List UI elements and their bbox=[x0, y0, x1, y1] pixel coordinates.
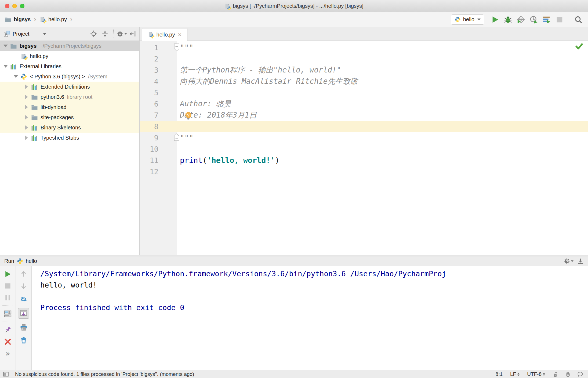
code-text[interactable]: 向伟大的Dennis MacAlistair Ritchie先生致敬 bbox=[158, 76, 358, 86]
toolwindow-toggle-button[interactable] bbox=[3, 371, 9, 377]
line-separator-widget[interactable]: LF bbox=[510, 371, 520, 377]
close-window-button[interactable] bbox=[5, 4, 9, 8]
tab-hello-py[interactable]: hello.py × bbox=[142, 28, 187, 41]
line-number[interactable]: 1 bbox=[140, 43, 158, 52]
breadcrumb-project[interactable]: bigsys bbox=[14, 16, 31, 23]
clear-button[interactable] bbox=[19, 336, 28, 344]
lock-open-button[interactable] bbox=[553, 371, 558, 377]
project-tool-icon bbox=[4, 31, 10, 37]
print-button[interactable] bbox=[19, 323, 28, 332]
settings-button[interactable] bbox=[564, 258, 574, 264]
code-text[interactable]: Date: 2018年3月1日 bbox=[158, 110, 257, 120]
editor-tab-bar: hello.py × bbox=[140, 27, 588, 41]
settings-button[interactable] bbox=[117, 29, 126, 39]
run-button[interactable] bbox=[490, 14, 500, 25]
line-number[interactable]: 5 bbox=[140, 89, 158, 97]
inspections-profile-button[interactable] bbox=[565, 371, 571, 377]
chevron-down-icon[interactable] bbox=[43, 33, 46, 35]
chevron-down-icon[interactable] bbox=[3, 64, 8, 69]
close-tab-icon[interactable]: × bbox=[178, 31, 182, 38]
rerun-button[interactable] bbox=[3, 270, 12, 278]
line-number[interactable]: 3 bbox=[140, 66, 158, 74]
chevron-right-icon[interactable] bbox=[24, 115, 29, 120]
hide-down-button[interactable] bbox=[577, 258, 584, 264]
line-number[interactable]: 8 bbox=[140, 122, 158, 131]
tree-item-typeshed-stubs[interactable]: Typeshed Stubs bbox=[0, 133, 139, 143]
line-number[interactable]: 4 bbox=[140, 77, 158, 86]
line-number[interactable]: 9 bbox=[140, 134, 158, 142]
encoding-widget[interactable]: UTF-8 bbox=[527, 371, 545, 377]
run-with-coverage-button[interactable] bbox=[516, 14, 526, 25]
code-editor[interactable]: 1"""23第一个Python程序 - 输出"hello, world!"4向伟… bbox=[140, 41, 588, 255]
tree-item-suffix: /System bbox=[88, 74, 107, 80]
concurrency-diagram-button[interactable] bbox=[541, 14, 552, 25]
more-button[interactable]: » bbox=[3, 349, 12, 358]
event-bubble-button[interactable] bbox=[577, 371, 583, 377]
tree-item-python3-6[interactable]: python3.6library root bbox=[0, 92, 139, 102]
chevron-right-icon[interactable] bbox=[24, 135, 29, 140]
locate-button[interactable] bbox=[89, 29, 99, 39]
profiler-button[interactable] bbox=[528, 14, 539, 25]
console-toolbar bbox=[16, 266, 32, 370]
run-panel-title[interactable]: Run bbox=[4, 258, 14, 264]
tree-item-label: site-packages bbox=[41, 114, 74, 121]
run-configuration-selector[interactable]: hello bbox=[451, 14, 484, 25]
tree-item-lib-dynload[interactable]: lib-dynload bbox=[0, 102, 139, 112]
scroll-end-button[interactable] bbox=[18, 308, 29, 319]
concurrency-diagram-icon bbox=[543, 16, 551, 24]
line-number[interactable]: 11 bbox=[140, 156, 158, 165]
chevron-right-icon[interactable] bbox=[24, 125, 29, 130]
line-number[interactable]: 7 bbox=[140, 111, 158, 119]
code-text[interactable]: Author: 骆昊 bbox=[158, 99, 231, 109]
chevron-right-icon[interactable] bbox=[24, 84, 29, 89]
tree-item-hello-py[interactable]: hello.py bbox=[0, 51, 139, 61]
tree-item-python-3-6-bigsys[interactable]: < Python 3.6 (bigsys) >/System bbox=[0, 71, 139, 82]
up-button[interactable] bbox=[19, 269, 28, 278]
inspection-ok-check-icon bbox=[575, 42, 583, 50]
python-icon bbox=[20, 73, 27, 80]
breadcrumb-file[interactable]: hello.py bbox=[48, 16, 67, 23]
chevron-right-icon: › bbox=[70, 16, 72, 23]
fold-region-end-icon[interactable] bbox=[174, 133, 180, 141]
stop-disabled-button[interactable] bbox=[3, 282, 12, 290]
caret-position-widget[interactable]: 8:1 bbox=[496, 371, 503, 377]
status-message: No suspicious code found. 1 files proces… bbox=[15, 371, 194, 377]
soft-wrap-button[interactable] bbox=[19, 295, 28, 304]
project-panel-title[interactable]: Project bbox=[13, 31, 29, 37]
zoom-window-button[interactable] bbox=[20, 4, 24, 8]
pause-button[interactable] bbox=[3, 293, 12, 302]
line-number[interactable]: 12 bbox=[140, 168, 158, 176]
chevron-down-icon[interactable] bbox=[13, 74, 18, 79]
down-button[interactable] bbox=[19, 282, 28, 291]
hide-button[interactable] bbox=[128, 29, 138, 39]
tree-item-extended-definitions[interactable]: Extended Definitions bbox=[0, 82, 139, 92]
line-number[interactable]: 10 bbox=[140, 145, 158, 153]
tree-item-bigsys[interactable]: bigsys~/PycharmProjects/bigsys bbox=[0, 41, 139, 51]
code-text[interactable]: 第一个Python程序 - 输出"hello, world!" bbox=[158, 65, 341, 75]
search-button[interactable] bbox=[573, 14, 584, 25]
restore-layout-icon bbox=[4, 310, 12, 318]
restore-layout-button[interactable] bbox=[3, 310, 12, 318]
run-panel-header: Run hello bbox=[0, 256, 588, 266]
minimize-window-button[interactable] bbox=[12, 4, 17, 8]
scroll-end-icon bbox=[20, 310, 27, 317]
intention-bulb-icon[interactable] bbox=[185, 112, 192, 121]
fold-region-start-icon[interactable] bbox=[174, 43, 180, 52]
pin-button[interactable] bbox=[3, 326, 12, 334]
tree-item-external-libraries[interactable]: External Libraries bbox=[0, 61, 139, 71]
collapse-all-button[interactable] bbox=[100, 29, 110, 39]
tree-item-site-packages[interactable]: site-packages bbox=[0, 112, 139, 122]
tree-item-binary-skeletons[interactable]: Binary Skeletons bbox=[0, 122, 139, 133]
close-button[interactable] bbox=[3, 337, 12, 346]
line-number[interactable]: 2 bbox=[140, 55, 158, 63]
chevron-right-icon[interactable] bbox=[24, 95, 29, 99]
breadcrumb: bigsys › hello.py › bbox=[0, 16, 73, 23]
code-text[interactable]: print('hello, world!') bbox=[158, 156, 280, 165]
debug-button[interactable] bbox=[503, 14, 513, 25]
down-icon bbox=[20, 283, 27, 290]
run-console-output[interactable]: /System/Library/Frameworks/Python.framew… bbox=[32, 266, 588, 370]
chevron-right-icon[interactable] bbox=[24, 105, 29, 110]
line-number[interactable]: 6 bbox=[140, 100, 158, 108]
stop-button[interactable] bbox=[554, 14, 565, 25]
chevron-down-icon[interactable] bbox=[3, 43, 8, 48]
